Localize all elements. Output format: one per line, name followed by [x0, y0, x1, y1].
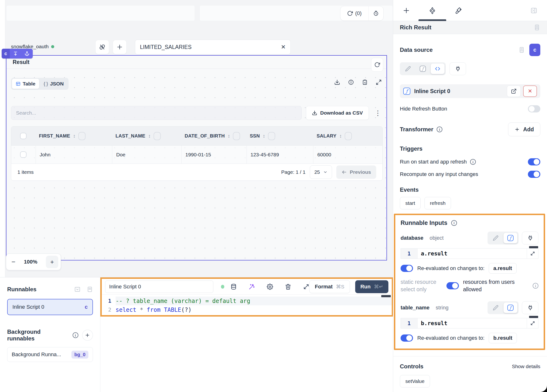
column-toggle[interactable] — [154, 132, 161, 140]
row-checkbox[interactable] — [20, 151, 27, 158]
code-line-2[interactable]: 2 select * from TABLE(?) — [102, 305, 392, 314]
sort-icon[interactable]: ↕ — [148, 133, 150, 139]
expand-editor-icon[interactable] — [303, 284, 309, 290]
column-header-last-name[interactable]: LAST_NAME↕ — [112, 132, 181, 140]
connect-input-button[interactable] — [522, 301, 538, 314]
refresh-count-button[interactable]: (0) — [340, 6, 369, 20]
column-toggle[interactable] — [345, 132, 352, 140]
mode-static-button[interactable] — [489, 233, 503, 243]
download-csv-button[interactable]: Download as CSV — [306, 106, 369, 120]
table-name-reeval-target[interactable]: b.result — [489, 333, 517, 343]
info-icon[interactable]: i — [533, 283, 538, 289]
mode-function-button[interactable]: ƒ — [416, 63, 430, 74]
connect-input-button[interactable] — [522, 232, 538, 244]
run-on-start-toggle[interactable] — [528, 158, 540, 165]
app-canvas[interactable]: (0) snowflake_oauth ✕ c — [0, 0, 393, 277]
table-row[interactable]: John Doe 1990-01-15 123-45-6789 60000 — [11, 145, 383, 163]
add-parameter-button[interactable] — [113, 40, 127, 54]
magic-wand-icon[interactable] — [249, 284, 255, 290]
add-transformer-button[interactable]: Add — [508, 122, 540, 136]
event-tag-start[interactable]: start — [400, 197, 421, 209]
zoom-in-button[interactable]: + — [46, 256, 58, 268]
info-icon[interactable]: i — [73, 332, 78, 338]
clear-input-button[interactable]: ✕ — [281, 44, 286, 50]
data-source-item[interactable]: ƒ Inline Script 0 ✕ — [400, 84, 540, 98]
result-refresh-button[interactable] — [371, 58, 383, 72]
settings-gear-icon[interactable] — [267, 284, 273, 290]
resources-from-users-toggle[interactable] — [446, 282, 459, 289]
parameter-input[interactable] — [140, 44, 281, 50]
mode-function-button[interactable]: ƒ — [504, 303, 517, 313]
page-size-select[interactable]: 25 — [310, 165, 332, 179]
open-script-button[interactable] — [507, 86, 521, 97]
search-input[interactable] — [11, 106, 302, 120]
database-icon[interactable] — [231, 284, 237, 290]
database-expression[interactable]: a.result — [417, 249, 527, 258]
result-component[interactable]: Result Table { } JSON — [6, 55, 387, 260]
info-icon[interactable]: i — [451, 220, 457, 226]
unlink-button[interactable] — [95, 40, 109, 54]
table-menu-button[interactable]: ⋮ — [373, 109, 383, 117]
sort-icon[interactable]: ↕ — [228, 133, 230, 139]
mode-static-button[interactable] — [401, 63, 415, 74]
column-toggle[interactable] — [233, 132, 240, 140]
connect-data-button[interactable] — [450, 62, 466, 75]
download-icon[interactable] — [334, 79, 340, 85]
zoom-out-button[interactable]: − — [12, 258, 15, 266]
editor-scrollbar-thumb[interactable] — [381, 295, 391, 297]
expand-icon[interactable] — [376, 79, 382, 85]
column-header-ssn[interactable]: SSN↕ — [246, 132, 313, 140]
info-icon[interactable] — [348, 79, 354, 85]
tab-components[interactable] — [429, 0, 436, 21]
sort-icon[interactable]: ↕ — [339, 133, 342, 139]
delete-trash-icon[interactable] — [285, 284, 291, 290]
column-toggle[interactable] — [268, 132, 275, 140]
format-button[interactable]: Format⌘S — [309, 280, 350, 293]
code-area[interactable]: 1 -- ? table_name (varchar) = default ar… — [102, 295, 392, 315]
placeholder-component-1[interactable] — [6, 5, 195, 21]
column-header-first-name[interactable]: FIRST_NAME↕ — [36, 132, 112, 140]
show-details-link[interactable]: Show details — [512, 364, 540, 369]
mode-code-button[interactable] — [431, 63, 444, 74]
mode-static-button[interactable] — [489, 303, 503, 313]
hide-refresh-toggle[interactable] — [528, 105, 540, 112]
collapse-inspector-button[interactable] — [530, 7, 537, 14]
mode-function-button[interactable]: ƒ — [504, 233, 517, 243]
column-toggle[interactable] — [78, 132, 86, 140]
database-reeval-target[interactable]: a.result — [489, 263, 516, 274]
column-header-salary[interactable]: SALARY↕ — [313, 132, 383, 140]
control-tag-setvalue[interactable]: setValue — [400, 375, 430, 387]
tab-json[interactable]: { } JSON — [40, 79, 67, 89]
info-icon[interactable]: i — [470, 159, 476, 165]
recompute-toggle[interactable] — [528, 171, 540, 178]
select-all-checkbox[interactable] — [20, 133, 27, 139]
event-tag-refresh[interactable]: refresh — [424, 197, 451, 209]
anchor-button[interactable] — [21, 51, 33, 56]
expand-field-button[interactable] — [527, 318, 538, 328]
background-runnable-item[interactable]: Background Runna... bg_0 — [7, 347, 93, 362]
info-icon[interactable]: i — [437, 127, 442, 132]
move-down-button[interactable] — [10, 51, 21, 56]
run-button[interactable]: Run⌘↵ — [355, 280, 388, 293]
runnable-item-inline-script-0[interactable]: Inline Script 0 c — [7, 299, 93, 315]
history-button[interactable] — [369, 6, 383, 20]
tab-styles[interactable] — [455, 0, 462, 21]
script-name-input[interactable] — [105, 281, 213, 293]
docs-icon[interactable] — [534, 24, 540, 31]
tab-table[interactable]: Table — [12, 79, 39, 89]
docs-icon[interactable] — [518, 47, 525, 53]
database-reeval-toggle[interactable] — [401, 265, 413, 272]
expand-field-button[interactable] — [527, 249, 538, 258]
copy-result-icon[interactable] — [362, 79, 368, 85]
sort-icon[interactable]: ↕ — [263, 133, 265, 139]
column-header-date-of-birth[interactable]: DATE_OF_BIRTH↕ — [181, 132, 246, 140]
sort-icon[interactable]: ↕ — [73, 133, 75, 139]
code-line-1[interactable]: 1 -- ? table_name (varchar) = default ar… — [102, 297, 392, 305]
add-background-runnable-button[interactable] — [82, 330, 93, 341]
table-name-expression[interactable]: b.result — [417, 318, 527, 328]
table-name-reeval-toggle[interactable] — [401, 334, 413, 342]
table-name-expression-editor[interactable]: 1 b.result — [401, 318, 538, 329]
remove-data-source-button[interactable]: ✕ — [523, 86, 537, 97]
previous-page-button[interactable]: Previous — [336, 165, 376, 179]
database-expression-editor[interactable]: 1 a.result — [401, 248, 538, 259]
